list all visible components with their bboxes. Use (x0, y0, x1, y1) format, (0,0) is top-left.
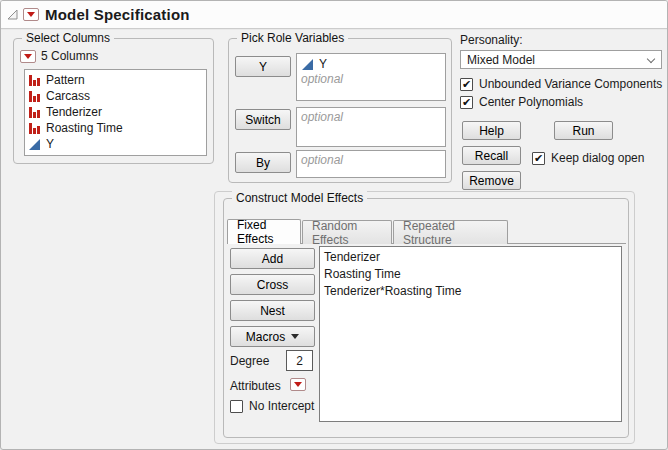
checkbox-checked-icon[interactable]: ✔ (460, 96, 473, 109)
outline-menu-icon[interactable] (23, 8, 39, 21)
add-button[interactable]: Add (230, 248, 315, 269)
pick-role-variables-group: Pick Role Variables Y Y optional Switch … (228, 38, 452, 183)
personality-dropdown[interactable]: Mixed Model (460, 50, 662, 69)
checkbox-checked-icon[interactable]: ✔ (532, 152, 545, 165)
model-specification-window: Model Specification Select Columns 5 Col… (0, 0, 668, 450)
no-intercept-checkbox[interactable]: No Intercept (230, 399, 314, 413)
effect-item[interactable]: Roasting Time (320, 266, 621, 283)
macros-button[interactable]: Macros (230, 326, 315, 347)
help-button[interactable]: Help (462, 121, 521, 140)
center-polynomials-checkbox[interactable]: ✔ Center Polynomials (460, 95, 583, 109)
switch-role-button[interactable]: Switch (235, 109, 291, 130)
cross-button[interactable]: Cross (230, 274, 315, 295)
list-item[interactable]: Carcass (25, 88, 206, 104)
checkbox-label: Unbounded Variance Components (479, 77, 662, 91)
optional-hint: optional (301, 110, 445, 126)
checkbox-label: Keep dialog open (551, 151, 644, 165)
select-columns-group: Select Columns 5 Columns Pattern Carcass… (13, 38, 214, 164)
nominal-icon (28, 74, 41, 87)
y-role-dropzone[interactable]: Y optional (296, 53, 446, 101)
nominal-icon (28, 122, 41, 135)
columns-menu-icon[interactable] (20, 50, 36, 63)
list-item[interactable]: Roasting Time (25, 120, 206, 136)
optional-hint: optional (301, 153, 445, 169)
degree-value: 2 (296, 354, 303, 368)
effect-item[interactable]: Tenderizer (320, 249, 621, 266)
dropdown-arrow-icon (291, 334, 299, 339)
pick-role-variables-label: Pick Role Variables (237, 31, 348, 45)
assigned-variable-name: Y (319, 57, 327, 71)
nominal-icon (28, 90, 41, 103)
continuous-icon (28, 138, 41, 151)
optional-hint: optional (301, 72, 445, 88)
run-button[interactable]: Run (554, 121, 613, 140)
continuous-icon (301, 58, 314, 71)
columns-list: Pattern Carcass Tenderizer Roasting Time… (24, 69, 207, 156)
page-title: Model Specification (45, 6, 190, 23)
by-role-button[interactable]: By (235, 152, 291, 173)
personality-selected-value: Mixed Model (467, 53, 535, 67)
y-role-button[interactable]: Y (235, 56, 291, 77)
attributes-menu-icon[interactable] (290, 378, 306, 391)
outline-title-bar: Model Specification (1, 1, 667, 29)
nest-button[interactable]: Nest (230, 300, 315, 321)
column-name: Y (46, 137, 54, 151)
effects-list: Tenderizer Roasting Time Tenderizer*Roas… (319, 246, 622, 422)
assigned-variable[interactable]: Y (301, 56, 445, 72)
attributes-label: Attributes (230, 379, 281, 393)
select-columns-label: Select Columns (22, 31, 114, 45)
by-role-dropzone[interactable]: optional (296, 150, 446, 178)
disclosure-triangle-icon[interactable] (6, 8, 19, 21)
columns-menu[interactable]: 5 Columns (20, 49, 98, 63)
effect-item[interactable]: Tenderizer*Roasting Time (320, 283, 621, 300)
list-item[interactable]: Pattern (25, 72, 206, 88)
personality-label: Personality: (460, 33, 523, 47)
macros-label: Macros (246, 330, 285, 344)
construct-model-effects-label: Construct Model Effects (232, 191, 367, 205)
switch-role-dropzone[interactable]: optional (296, 107, 446, 147)
degree-input[interactable]: 2 (286, 350, 313, 371)
keep-dialog-open-checkbox[interactable]: ✔ Keep dialog open (532, 151, 644, 165)
checkbox-label: Center Polynomials (479, 95, 583, 109)
column-name: Tenderizer (46, 105, 102, 119)
degree-label: Degree (230, 354, 269, 368)
nominal-icon (28, 106, 41, 119)
chevron-down-icon (647, 55, 655, 63)
columns-count-label: 5 Columns (41, 49, 98, 63)
column-name: Pattern (46, 73, 85, 87)
list-item[interactable]: Y (25, 136, 206, 152)
recall-button[interactable]: Recall (462, 146, 521, 165)
unbounded-variance-checkbox[interactable]: ✔ Unbounded Variance Components (460, 77, 662, 91)
tab-fixed-effects[interactable]: Fixed Effects (227, 219, 301, 244)
checkbox-unchecked-icon[interactable] (230, 400, 243, 413)
checkbox-label: No Intercept (249, 399, 314, 413)
remove-button[interactable]: Remove (462, 171, 521, 190)
checkbox-checked-icon[interactable]: ✔ (460, 78, 473, 91)
tab-repeated-structure[interactable]: Repeated Structure (393, 220, 508, 244)
list-item[interactable]: Tenderizer (25, 104, 206, 120)
column-name: Roasting Time (46, 121, 123, 135)
construct-model-effects-group: Construct Model Effects Fixed Effects Ra… (223, 198, 629, 438)
tab-random-effects[interactable]: Random Effects (302, 220, 392, 244)
column-name: Carcass (46, 89, 90, 103)
